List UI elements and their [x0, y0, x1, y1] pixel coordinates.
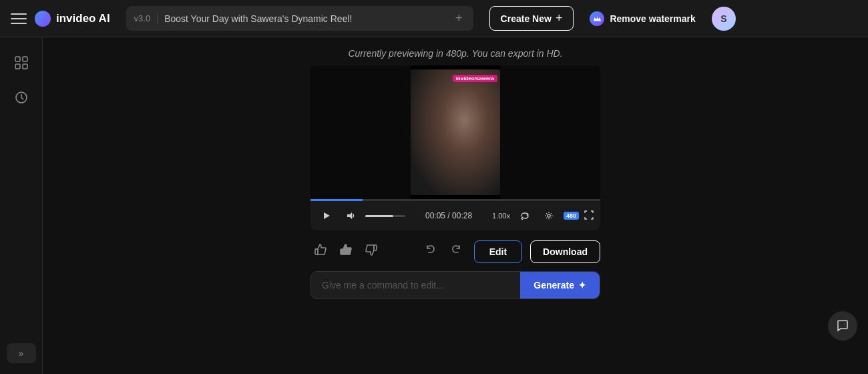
content-area: Currently previewing in 480p. You can ex…: [43, 37, 868, 374]
user-avatar[interactable]: S: [712, 7, 736, 31]
time-current: 00:05: [425, 211, 445, 220]
edit-button[interactable]: Edit: [474, 240, 522, 263]
thumbs-down-button[interactable]: [361, 240, 381, 263]
generate-button[interactable]: Generate ✦: [520, 272, 600, 299]
sidebar: »: [0, 37, 43, 374]
video-player: invideo/sawera: [310, 65, 600, 230]
time-display: 00:05 / 00:28: [411, 211, 487, 220]
svg-rect-2: [23, 57, 27, 61]
avatar-initial: S: [720, 13, 726, 24]
redo-button[interactable]: [445, 240, 466, 262]
sidebar-item-grid[interactable]: [7, 48, 36, 77]
svg-point-8: [548, 214, 550, 217]
play-button[interactable]: [317, 206, 336, 225]
expand-icon: »: [19, 348, 24, 359]
video-thumbnail: [411, 69, 500, 195]
video-overlay-left: [310, 65, 411, 199]
volume-button[interactable]: [341, 206, 360, 225]
create-new-label: Create New: [501, 13, 552, 24]
create-plus-icon: +: [556, 11, 563, 25]
spark-icon: ✦: [578, 280, 586, 291]
svg-marker-7: [347, 212, 352, 219]
video-progress-bar[interactable]: [310, 199, 600, 201]
loop-button[interactable]: [515, 206, 534, 225]
video-watermark: invideo/sawera: [453, 75, 497, 82]
command-input-area: Generate ✦: [310, 271, 600, 299]
svg-rect-11: [341, 249, 343, 254]
generate-label: Generate: [533, 280, 574, 291]
main-layout: » Currently previewing in 480p. You can …: [0, 37, 868, 374]
preview-notice: Currently previewing in 480p. You can ex…: [348, 48, 562, 59]
video-frame[interactable]: invideo/sawera: [310, 65, 600, 199]
tab-title: Boost Your Day with Sawera's Dynamic Ree…: [164, 13, 446, 24]
topbar: invideo AI v3.0 Boost Your Day with Sawe…: [0, 0, 868, 37]
time-total: 00:28: [452, 211, 472, 220]
quality-badge: 480: [564, 212, 579, 220]
download-button[interactable]: Download: [530, 240, 600, 263]
watermark-label: Remove watermark: [610, 13, 695, 24]
undo-redo-controls: [421, 240, 466, 262]
version-label: v3.0: [134, 13, 151, 23]
undo-button[interactable]: [421, 240, 442, 262]
svg-marker-6: [324, 212, 330, 219]
svg-rect-10: [315, 249, 318, 254]
thumbs-up-outline-button[interactable]: [310, 240, 331, 263]
reaction-buttons: [310, 240, 381, 263]
settings-button[interactable]: [539, 206, 558, 225]
svg-rect-12: [374, 245, 377, 250]
video-progress-fill: [310, 199, 363, 201]
logo-text: invideo AI: [56, 12, 110, 25]
logo-icon: [35, 11, 51, 27]
thumbs-up-filled-button[interactable]: [336, 240, 356, 263]
speed-button[interactable]: 1.00x: [492, 212, 510, 220]
video-content: invideo/sawera: [411, 69, 500, 195]
tab-area: v3.0 Boost Your Day with Sawera's Dynami…: [126, 6, 473, 31]
tab-divider: [157, 13, 158, 24]
command-input[interactable]: [311, 272, 520, 299]
hamburger-menu[interactable]: [11, 11, 27, 27]
action-row: Edit Download: [310, 240, 600, 263]
sidebar-expand-button[interactable]: »: [7, 343, 36, 363]
video-overlay-right: [500, 65, 600, 199]
crown-icon: [590, 11, 604, 26]
chat-button[interactable]: [828, 311, 857, 341]
remove-watermark-button[interactable]: Remove watermark: [582, 7, 703, 31]
svg-rect-4: [23, 64, 27, 69]
create-new-button[interactable]: Create New +: [489, 6, 574, 31]
svg-rect-1: [15, 57, 20, 61]
svg-rect-3: [15, 64, 20, 69]
sidebar-item-history[interactable]: [7, 83, 36, 112]
video-controls: 00:05 / 00:28 1.00x: [310, 201, 600, 230]
logo: invideo AI: [35, 11, 110, 27]
add-tab-button[interactable]: +: [453, 10, 465, 27]
fullscreen-button[interactable]: [584, 210, 594, 222]
svg-point-0: [39, 15, 47, 23]
volume-slider[interactable]: [365, 215, 405, 217]
